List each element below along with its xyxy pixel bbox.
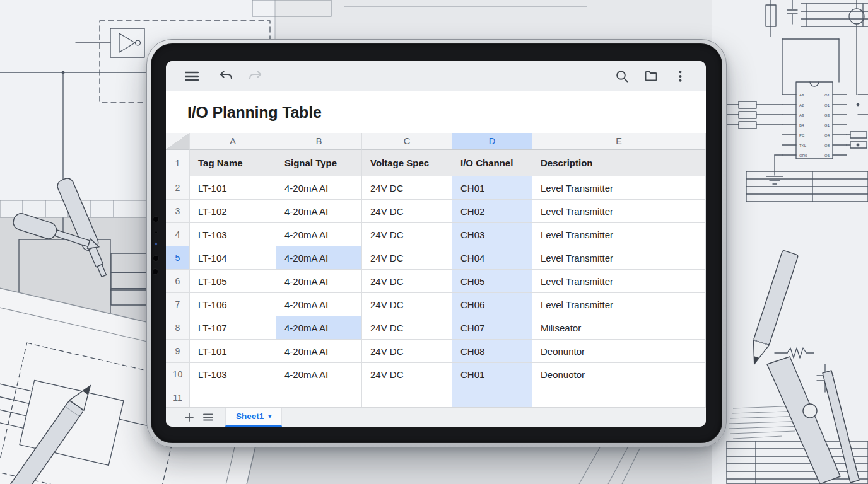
sheet-tab-bar: Sheet1 ▾ [166,407,706,427]
page-title: I/O Planning Table [187,103,322,122]
cell-e10[interactable]: Deonuotor [532,363,706,386]
search-button[interactable] [607,64,636,89]
column-header-d[interactable]: D [452,133,532,150]
row-number-7[interactable]: 7 [166,293,190,316]
folder-icon [645,71,657,81]
cell-a5[interactable]: LT-104 [190,246,276,270]
cell-b9[interactable]: 4-20mA AI [276,340,362,363]
cell-d8[interactable]: CH07 [452,316,532,340]
cell-e4[interactable]: Level Transmitter [532,223,706,246]
cell-c6[interactable]: 24V DC [362,270,452,293]
tablet-device: I/O Planning Table ABCDE1Tag NameSignal … [146,39,727,447]
cell-b6[interactable]: 4-20mA AI [276,270,362,293]
cell-e9[interactable]: Deonuntor [532,340,706,363]
column-header-b[interactable]: B [276,133,362,150]
cell-d9[interactable]: CH08 [452,340,532,363]
cell-b2[interactable]: 4-20mA AI [276,176,362,200]
cell-c10[interactable]: 24V DC [362,363,452,386]
row-number-2[interactable]: 2 [166,176,190,200]
cell-a2[interactable]: LT-101 [190,176,276,200]
row-number-6[interactable]: 6 [166,270,190,293]
cell-a7[interactable]: LT-106 [190,293,276,316]
more-menu-button[interactable] [666,64,695,89]
row-number-8[interactable]: 8 [166,316,190,340]
sheet-tab[interactable]: Sheet1 ▾ [225,408,282,427]
cell-d7[interactable]: CH06 [452,293,532,316]
cell-c8[interactable]: 24V DC [362,316,452,340]
bezel-camera-dot [153,256,158,261]
header-cell-b1[interactable]: Signal Type [276,150,362,176]
sheets-list-icon [203,413,213,421]
undo-icon [220,71,233,81]
cell-c2[interactable]: 24V DC [362,176,452,200]
row-number-9[interactable]: 9 [166,340,190,363]
svg-text:O6: O6 [824,154,830,158]
cell-c11[interactable] [362,386,452,408]
cell-a10[interactable]: LT-103 [190,363,276,386]
redo-button[interactable] [240,64,269,89]
undo-button[interactable] [211,64,240,89]
cell-a11[interactable] [190,386,276,408]
column-header-c[interactable]: C [362,133,452,150]
row-number-5[interactable]: 5 [166,246,190,270]
cell-c5[interactable]: 24V DC [362,246,452,270]
cell-e2[interactable]: Level Transmitter [532,176,706,200]
cell-a9[interactable]: LT-101 [190,340,276,363]
cell-e5[interactable]: Level Transmitter [532,246,706,270]
menu-button[interactable] [177,64,206,89]
svg-text:G3: G3 [824,113,830,117]
cell-e11[interactable] [532,386,706,408]
cell-a4[interactable]: LT-103 [190,223,276,246]
column-header-a[interactable]: A [190,133,276,150]
cell-b7[interactable]: 4-20mA AI [276,293,362,316]
cell-d10[interactable]: CH01 [452,363,532,386]
row-number-10[interactable]: 10 [166,363,190,386]
svg-text:PC: PC [799,134,805,137]
cell-c7[interactable]: 24V DC [362,293,452,316]
cell-e7[interactable]: Level Transmitter [532,293,706,316]
column-header-e[interactable]: E [532,133,706,150]
cell-e8[interactable]: Miliseator [532,316,706,340]
cell-c9[interactable]: 24V DC [362,340,452,363]
select-all-corner[interactable] [166,133,190,150]
header-cell-c1[interactable]: Voltage Spec [362,150,452,176]
all-sheets-button[interactable] [199,408,218,427]
header-cell-d1[interactable]: I/O Channel [452,150,532,176]
svg-text:TKL: TKL [799,144,807,147]
folder-button[interactable] [636,64,666,89]
svg-text:OR0: OR0 [799,154,807,158]
cell-d3[interactable]: CH02 [452,200,532,223]
row-number-1[interactable]: 1 [166,150,190,176]
toolbar-right [607,64,695,89]
cell-e3[interactable]: Level Transmitter [532,200,706,223]
cell-a8[interactable]: LT-107 [190,316,276,340]
cell-d6[interactable]: CH05 [452,270,532,293]
cell-c3[interactable]: 24V DC [362,200,452,223]
cell-b8[interactable]: 4-20mA AI [276,316,362,340]
cell-d4[interactable]: CH03 [452,223,532,246]
cell-b11[interactable] [276,386,362,408]
cell-a3[interactable]: LT-102 [190,200,276,223]
bezel-sensor-dot [155,231,157,233]
cell-c4[interactable]: 24V DC [362,223,452,246]
cell-d11[interactable] [452,386,532,408]
kebab-menu-icon [679,71,682,82]
sheet-grid: ABCDE1Tag NameSignal TypeVoltage SpecI/O… [166,133,706,408]
row-number-11[interactable]: 11 [166,386,190,408]
row-number-4[interactable]: 4 [166,223,190,246]
cell-b4[interactable]: 4-20mA AI [276,223,362,246]
cell-b5[interactable]: 4-20mA AI [276,246,362,270]
svg-text:A2: A2 [799,103,804,107]
header-cell-a1[interactable]: Tag Name [190,150,276,176]
cell-d2[interactable]: CH01 [452,176,532,200]
cell-d5[interactable]: CH04 [452,246,532,270]
header-cell-e1[interactable]: Description [532,150,706,176]
add-sheet-button[interactable] [180,408,199,427]
cell-a6[interactable]: LT-105 [190,270,276,293]
row-number-3[interactable]: 3 [166,200,190,223]
cell-b3[interactable]: 4-20mA AI [276,200,362,223]
cell-e6[interactable]: Level Transmitter [532,270,706,293]
plus-icon [185,413,194,422]
svg-text:B4: B4 [799,124,804,127]
cell-b10[interactable]: 4-20mA AI [276,363,362,386]
